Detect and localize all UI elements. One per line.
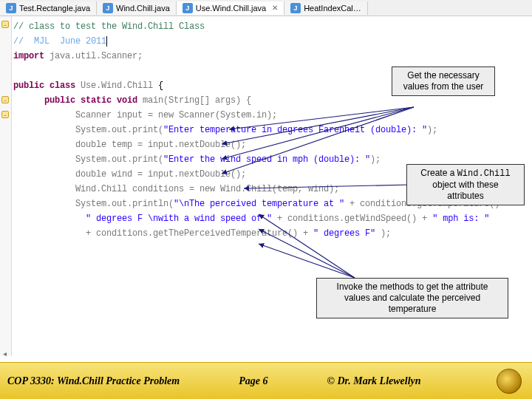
code-text: ); (427, 125, 437, 135)
callout-text: object with these attributes (432, 180, 498, 201)
code-text (13, 214, 86, 224)
code-text: java.util.Scanner; (44, 51, 143, 61)
ucf-logo-icon (497, 369, 522, 394)
callout-invoke-methods: Invoke the methods to get the attribute … (316, 278, 508, 318)
code-string: " mph is: " (432, 214, 489, 224)
fold-marker-icon[interactable]: – (1, 96, 9, 103)
callout-mono: Wind.Chill (457, 168, 511, 179)
code-string: " degrees F \nwith a wind speed of " (86, 214, 272, 224)
code-comment: // class to test the Wind.Chill Class (13, 21, 205, 32)
slide-footer: COP 3330: Wind.Chill Practice Problem Pa… (0, 362, 532, 399)
callout-get-values: Get the necessary values from the user (392, 66, 495, 96)
code-text: Scanner input = new Scanner(System.in); (13, 108, 532, 123)
text-cursor (106, 36, 107, 47)
code-keyword: import (13, 51, 44, 61)
code-text: System.out.print( (13, 125, 163, 135)
gutter: – – – (0, 16, 12, 356)
code-text: + conditions.getWindSpeed() + (272, 214, 432, 224)
callout-text: Get the necessary values from the user (403, 70, 484, 92)
code-string: "\nThe perceived temperature at " (174, 199, 344, 209)
code-keyword: public static void (13, 95, 137, 106)
fold-marker-icon[interactable]: – (1, 21, 9, 28)
code-text: System.out.println( (13, 199, 174, 209)
callout-text: Invoke the methods to get the attribute … (337, 282, 488, 314)
scroll-left-icon[interactable]: ◂ (3, 349, 7, 358)
tab-test-rectangle[interactable]: J Test.Rectangle.java (0, 1, 97, 15)
callout-text: Create a (420, 168, 457, 178)
tab-use-windchill[interactable]: J Use.Wind.Chill.java ✕ (177, 1, 284, 15)
callout-create-object: Create a Wind.Chill object with these at… (406, 164, 525, 205)
code-string: "Enter temperature in degrees Farenheit … (163, 125, 427, 135)
tab-label: HeatIndexCal… (304, 4, 361, 13)
fold-marker-icon[interactable]: – (1, 111, 9, 118)
code-text: ); (375, 228, 391, 239)
code-string: " degrees F" (313, 228, 375, 239)
java-file-icon: J (290, 3, 301, 13)
footer-course: COP 3330: Wind.Chill Practice Problem (0, 375, 180, 387)
java-file-icon: J (103, 3, 113, 13)
footer-copyright: © Dr. Mark Llewellyn (327, 375, 420, 387)
code-text: main(String[] args) { (137, 95, 251, 106)
editor-tab-bar: J Test.Rectangle.java J Wind.Chill.java … (0, 0, 532, 16)
tab-heatindex[interactable]: J HeatIndexCal… (284, 1, 368, 15)
code-text: + conditions.getThePerceivedTemperature(… (13, 228, 313, 239)
java-file-icon: J (183, 3, 193, 13)
java-file-icon: J (6, 3, 16, 13)
tab-label: Use.Wind.Chill.java (196, 4, 266, 13)
tab-label: Test.Rectangle.java (19, 4, 90, 13)
code-keyword: public class (13, 81, 75, 91)
footer-page: Page 6 (239, 375, 267, 387)
code-text: double temp = input.nextDouble(); (13, 137, 532, 152)
code-text: System.out.print( (13, 154, 163, 165)
code-text: ); (370, 154, 381, 165)
code-comment: // MJL June 2011 (13, 36, 106, 47)
close-icon[interactable]: ✕ (272, 4, 278, 12)
tab-windchill[interactable]: J Wind.Chill.java (97, 1, 177, 15)
tab-label: Wind.Chill.java (116, 4, 170, 13)
code-classname: Use.Wind.Chill (75, 81, 153, 91)
code-text: { (153, 81, 163, 91)
code-string: "Enter the wind speed in mph (double): " (163, 154, 370, 165)
